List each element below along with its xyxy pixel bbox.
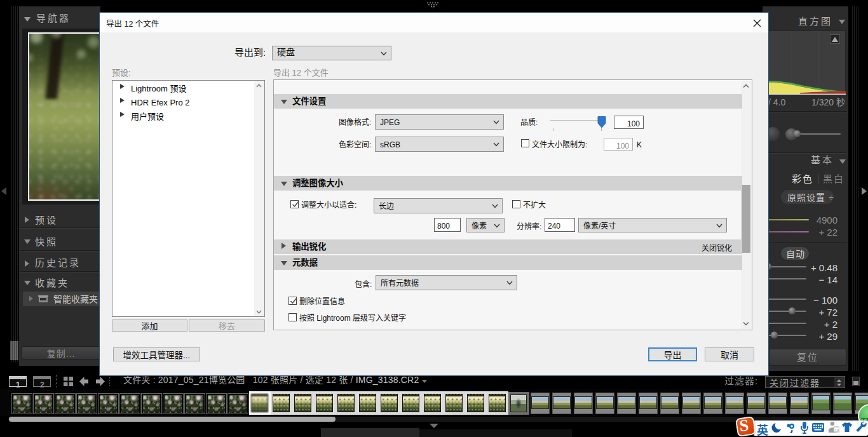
- svg-text:19: 19: [835, 428, 839, 432]
